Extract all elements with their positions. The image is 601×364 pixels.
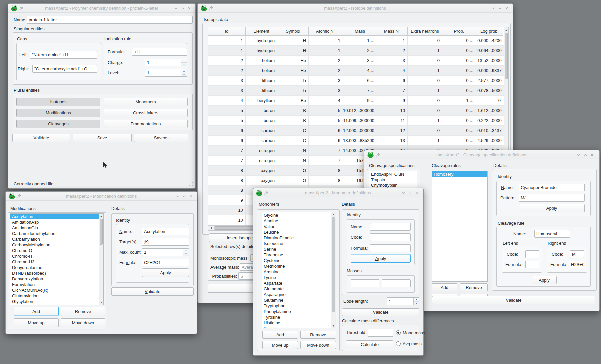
table-cell[interactable]: O	[277, 176, 309, 185]
mono-mass-field[interactable]	[351, 279, 379, 287]
maximize-icon[interactable]	[497, 6, 503, 11]
table-cell[interactable]: 1	[377, 36, 408, 45]
monomer-add-button[interactable]: Add	[262, 331, 298, 339]
save-button[interactable]: Save	[73, 134, 132, 142]
monomer-name-input[interactable]	[370, 223, 411, 231]
close-icon[interactable]	[187, 6, 192, 11]
pattern-input[interactable]: M/	[519, 194, 585, 202]
list-item[interactable]: Glycine	[262, 212, 336, 218]
table-cell[interactable]: 11.009...300000	[343, 116, 377, 125]
shade-icon[interactable]	[173, 6, 179, 11]
list-item[interactable]: Isoleucine	[262, 241, 336, 246]
table-row[interactable]: 2heliumHe24....410....-0.000...9837	[208, 66, 508, 76]
table-cell[interactable]: N	[277, 156, 309, 165]
table-cell[interactable]: 7	[208, 156, 246, 165]
table-cell[interactable]: 10	[208, 205, 246, 215]
list-item[interactable]: Glutamylation	[10, 293, 103, 299]
mod-name-input[interactable]: Acetylation	[142, 228, 189, 235]
table-cell[interactable]: 2	[309, 66, 343, 75]
column-header[interactable]: Prob.	[442, 27, 476, 36]
table-cell[interactable]: 0....	[442, 126, 476, 135]
table-cell[interactable]: nitrogen	[246, 146, 277, 155]
list-item[interactable]: Chromo-H	[10, 253, 103, 259]
table-cell[interactable]: 11	[377, 116, 408, 125]
left-formula-input[interactable]	[525, 261, 539, 268]
left-cap-input[interactable]: "N-term amine" +H	[30, 51, 97, 59]
column-header[interactable]: Log prob.	[476, 27, 503, 36]
maximize-icon[interactable]	[407, 191, 413, 195]
table-cell[interactable]: -0.000...9837	[476, 66, 503, 75]
table-cell[interactable]: -13.52...0000	[476, 56, 503, 65]
modifications-button[interactable]: Modifications	[16, 109, 100, 117]
scroll-up-icon[interactable]: ▲	[99, 214, 103, 218]
rules-remove-button[interactable]: Remove	[460, 283, 488, 291]
scrollbar-thumb[interactable]	[505, 33, 508, 79]
table-cell[interactable]: helium	[246, 66, 277, 75]
table-cell[interactable]: 5	[309, 106, 343, 115]
table-cell[interactable]: 1	[208, 46, 246, 55]
mod-apply-button[interactable]: Apply	[142, 268, 189, 277]
table-cell[interactable]: 3	[309, 76, 343, 85]
max-count-spinbox[interactable]: 1 ▲▼	[142, 248, 189, 256]
pin-icon[interactable]	[264, 191, 269, 195]
list-item[interactable]: Chromo-O	[10, 248, 103, 253]
list-item[interactable]: GlcNAcMurNAc(R)	[10, 287, 103, 293]
column-header[interactable]: Mass	[343, 27, 377, 36]
list-item[interactable]: Proline	[262, 326, 336, 328]
validate-button[interactable]: Validate	[12, 134, 70, 142]
list-item[interactable]: Arginine	[262, 269, 336, 275]
table-cell[interactable]: 5	[208, 116, 246, 125]
table-cell[interactable]: hydrogen	[246, 36, 277, 45]
spinner-arrows[interactable]: ▲▼	[181, 59, 187, 66]
scroll-up-icon[interactable]: ▲	[504, 27, 508, 32]
monomer-validate-button[interactable]: Validate	[342, 308, 419, 316]
list-item[interactable]: Cysteine	[262, 258, 336, 263]
maximize-icon[interactable]	[180, 6, 185, 11]
table-cell[interactable]: 6	[309, 126, 343, 135]
table-row[interactable]: 4berylliumBe49....901....0	[208, 96, 508, 106]
identity-apply-button[interactable]: Apply	[519, 204, 585, 212]
spinner-arrows[interactable]: ▲▼	[181, 69, 187, 76]
table-cell[interactable]: H	[277, 36, 309, 45]
table-cell[interactable]: 12	[377, 126, 408, 135]
shade-icon[interactable]	[401, 191, 406, 195]
table-row[interactable]: 5boronB510.012...3000001000....-1.612...…	[208, 106, 508, 116]
table-cell[interactable]: 0	[408, 96, 442, 105]
table-cell[interactable]: 0....	[442, 36, 476, 45]
table-row[interactable]: 2heliumHe23....300....-13.52...0000	[208, 56, 508, 66]
table-cell[interactable]: He	[277, 66, 309, 75]
table-row[interactable]: 5boronB511.009...3000001110....-0.222...…	[208, 116, 508, 126]
right-cap-input[interactable]: "C-term carboxylic acid" +OH	[32, 65, 97, 73]
mod-validate-button[interactable]: Validate	[111, 287, 194, 296]
table-cell[interactable]: 0....	[442, 106, 476, 115]
list-item[interactable]: Threonine	[262, 252, 336, 258]
table-cell[interactable]: 0....	[442, 56, 476, 65]
cleavages-button[interactable]: Cleavages	[16, 120, 100, 128]
save-as-button[interactable]: Save as	[134, 134, 188, 142]
list-item[interactable]: Glycylation	[10, 299, 103, 304]
table-cell[interactable]: 1	[208, 36, 246, 45]
scroll-left-icon[interactable]: ◀	[209, 226, 213, 230]
table-cell[interactable]: B	[277, 116, 309, 125]
table-cell[interactable]: 3	[208, 76, 246, 85]
monomer-move-down-button[interactable]: Move down	[300, 341, 336, 349]
table-cell[interactable]: 4	[208, 96, 246, 105]
table-cell[interactable]: 9	[377, 96, 408, 105]
right-formula-input[interactable]: H2S+O	[570, 261, 584, 268]
table-cell[interactable]: N	[277, 146, 309, 155]
right-code-input[interactable]: M	[570, 250, 584, 258]
shade-icon[interactable]	[576, 153, 581, 157]
table-cell[interactable]: 5	[208, 106, 246, 115]
table-cell[interactable]: carbon	[246, 136, 277, 145]
list-item[interactable]: EndoAspN+GluN	[369, 171, 417, 177]
spinner-arrows[interactable]: ▲▼	[183, 249, 189, 256]
list-item[interactable]: Dehydroxylation	[10, 276, 103, 282]
table-cell[interactable]: 10	[377, 106, 408, 115]
maximize-icon[interactable]	[182, 194, 187, 199]
monomer-apply-button[interactable]: Apply	[351, 254, 411, 263]
mod-formula-input[interactable]: C2H2O1	[142, 259, 189, 266]
table-cell[interactable]: 4	[309, 96, 343, 105]
list-item[interactable]: Chromo-H3	[10, 259, 103, 265]
table-cell[interactable]: 8	[309, 166, 343, 175]
list-item[interactable]: Histidine	[262, 320, 336, 326]
